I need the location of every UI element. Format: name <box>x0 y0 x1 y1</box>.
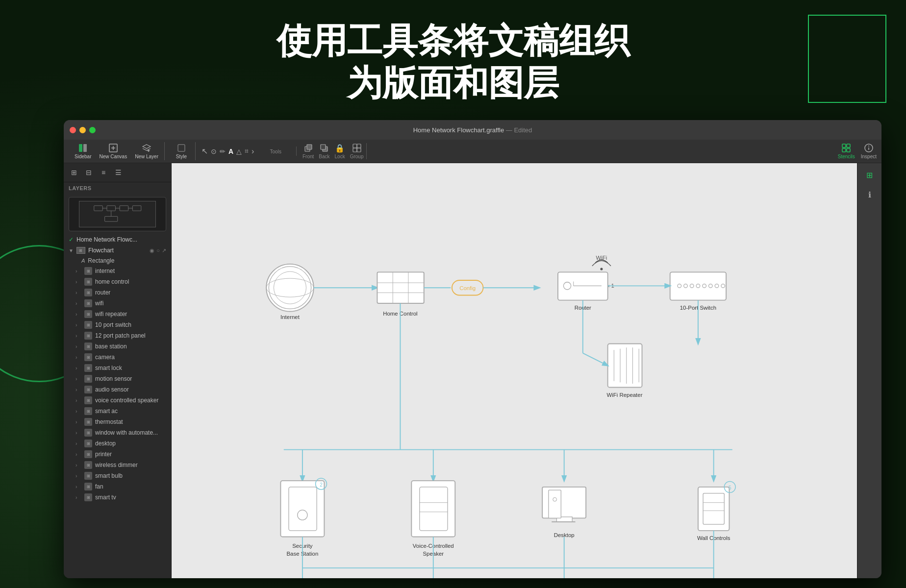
list-item-12-port-patch[interactable]: › ⊞ 12 port patch panel <box>64 330 171 341</box>
close-button[interactable] <box>70 127 76 133</box>
more-icon[interactable]: › <box>252 147 254 156</box>
chevron-icon: › <box>76 387 81 392</box>
sidebar-icon-3[interactable]: ≡ <box>98 167 109 178</box>
list-item-router[interactable]: › ⊞ router <box>64 287 171 298</box>
minimize-button[interactable] <box>79 127 86 133</box>
right-panel-info-icon[interactable]: ℹ <box>862 187 878 202</box>
pen-icon[interactable]: ✏ <box>220 147 226 155</box>
style-button[interactable]: Style <box>171 142 192 160</box>
list-item-voice-speaker[interactable]: › ⊞ voice controlled speaker <box>64 395 171 406</box>
window-title: Home Network Flowchart.graffle — Edited <box>413 126 532 134</box>
new-layer-button[interactable]: New Layer <box>132 142 161 160</box>
chevron-icon: › <box>76 452 81 457</box>
canvas-area[interactable]: Find these stencils and other networking… <box>172 163 857 578</box>
right-panel-grid-icon[interactable]: ⊞ <box>862 167 878 183</box>
eye-icon[interactable]: ◉ <box>150 247 154 254</box>
item-icon: ⊞ <box>84 461 92 469</box>
list-item-smart-ac[interactable]: › ⊞ smart ac <box>64 406 171 416</box>
chevron-icon: › <box>76 290 81 295</box>
chevron-icon: › <box>76 344 81 349</box>
layer-collapse-icon[interactable]: ▼ <box>69 248 74 253</box>
item-icon: ⊞ <box>84 407 92 415</box>
svg-rect-16 <box>842 144 846 147</box>
list-item-thermostat[interactable]: › ⊞ thermostat <box>64 416 171 427</box>
text-icon[interactable]: A <box>228 147 233 155</box>
lasso-icon[interactable]: ⊙ <box>211 147 217 155</box>
svg-text:Config: Config <box>459 285 476 291</box>
new-canvas-button[interactable]: New Canvas <box>96 142 130 160</box>
layer-row: ▼ ⊞ Flowchart ◉ ○ ↗ <box>64 245 171 256</box>
chevron-icon: › <box>76 355 81 360</box>
list-item-wifi-repeater[interactable]: › ⊞ wifi repeater <box>64 309 171 319</box>
list-item-audio-sensor[interactable]: › ⊞ audio sensor <box>64 384 171 395</box>
list-item-fan[interactable]: › ⊞ fan <box>64 481 171 492</box>
item-icon: ⊞ <box>84 353 92 361</box>
lock-small-icon[interactable]: ○ <box>156 247 160 254</box>
shape-icon[interactable]: △ <box>236 147 242 155</box>
chevron-icon: › <box>76 473 81 479</box>
layer-icons: ◉ ○ ↗ <box>150 247 166 254</box>
list-item-camera[interactable]: › ⊞ camera <box>64 352 171 363</box>
item-icon: ⊞ <box>84 364 92 372</box>
chevron-icon: › <box>76 279 81 285</box>
list-item-base-station[interactable]: › ⊞ base station <box>64 341 171 352</box>
canvas-preview-inner <box>79 201 156 227</box>
item-icon: ⊞ <box>84 418 92 426</box>
toolbar-arrange-group: Front Back 🔒 Lock Group <box>300 143 367 159</box>
item-icon: ⊞ <box>84 278 92 286</box>
item-icon: ⊞ <box>84 375 92 383</box>
chevron-icon: › <box>76 376 81 382</box>
chevron-icon: › <box>76 269 81 274</box>
item-icon: ⊞ <box>84 493 92 501</box>
list-item-smart-lock[interactable]: › ⊞ smart lock <box>64 363 171 373</box>
item-icon: ⊞ <box>84 450 92 458</box>
cursor-icon[interactable]: ↖ <box>201 147 208 156</box>
list-item-home-control[interactable]: › ⊞ home control <box>64 276 171 287</box>
list-item-window[interactable]: › ⊞ window with automate... <box>64 427 171 438</box>
svg-point-22 <box>868 146 869 147</box>
svg-rect-31 <box>104 216 117 221</box>
item-icon: ⊞ <box>84 332 92 340</box>
connector-icon[interactable]: ⌗ <box>245 147 249 155</box>
svg-rect-13 <box>357 144 361 148</box>
share-icon[interactable]: ↗ <box>162 247 166 254</box>
svg-rect-25 <box>107 206 115 211</box>
layer-name: Flowchart <box>88 247 114 254</box>
sidebar-button[interactable]: Sidebar <box>72 142 94 160</box>
list-item-internet[interactable]: › ⊞ internet <box>64 266 171 276</box>
chevron-icon: › <box>76 333 81 339</box>
chevron-icon: › <box>76 322 81 328</box>
stencils-button[interactable]: Stencils <box>838 143 855 159</box>
sidebar-icon-1[interactable]: ⊞ <box>69 167 79 178</box>
svg-rect-7 <box>178 145 185 151</box>
svg-rect-14 <box>353 148 357 152</box>
list-item-printer[interactable]: › ⊞ printer <box>64 449 171 460</box>
svg-rect-85 <box>280 481 324 537</box>
toolbar-tools-group: ↖ ⊙ ✏ A △ ⌗ › Tools <box>199 147 297 156</box>
list-item-motion-sensor[interactable]: › ⊞ motion sensor <box>64 373 171 384</box>
list-item-desktop[interactable]: › ⊞ desktop <box>64 438 171 449</box>
main-content: ⊞ ⊟ ≡ ☰ Layers <box>64 163 881 578</box>
list-item-smart-bulb[interactable]: › ⊞ smart bulb <box>64 470 171 481</box>
canvas-name: Home Network Flowc... <box>76 236 137 243</box>
item-icon: ⊞ <box>84 440 92 447</box>
chevron-icon: › <box>76 430 81 436</box>
inspect-button[interactable]: Inspect <box>861 143 877 159</box>
chevron-icon: › <box>76 398 81 403</box>
svg-text:Internet: Internet <box>280 314 300 320</box>
maximize-button[interactable] <box>89 127 96 133</box>
svg-rect-92 <box>411 481 455 537</box>
list-item-smart-tv[interactable]: › ⊞ smart tv <box>64 492 171 503</box>
svg-rect-17 <box>847 144 850 147</box>
list-item-wireless-dimmer[interactable]: › ⊞ wireless dimmer <box>64 460 171 470</box>
group-label: Group <box>350 154 364 159</box>
sidebar-icon-2[interactable]: ⊟ <box>83 167 94 178</box>
tools-label: Tools <box>258 149 293 154</box>
list-item-rectangle[interactable]: A Rectangle <box>64 256 171 266</box>
list-item-wifi[interactable]: › ⊞ wifi <box>64 298 171 309</box>
list-item-10-port-switch[interactable]: › ⊞ 10 port switch <box>64 319 171 330</box>
svg-rect-11 <box>321 145 326 149</box>
item-icon: ⊞ <box>84 267 92 275</box>
sidebar-icon-4[interactable]: ☰ <box>113 167 124 178</box>
item-icon: ⊞ <box>84 472 92 480</box>
